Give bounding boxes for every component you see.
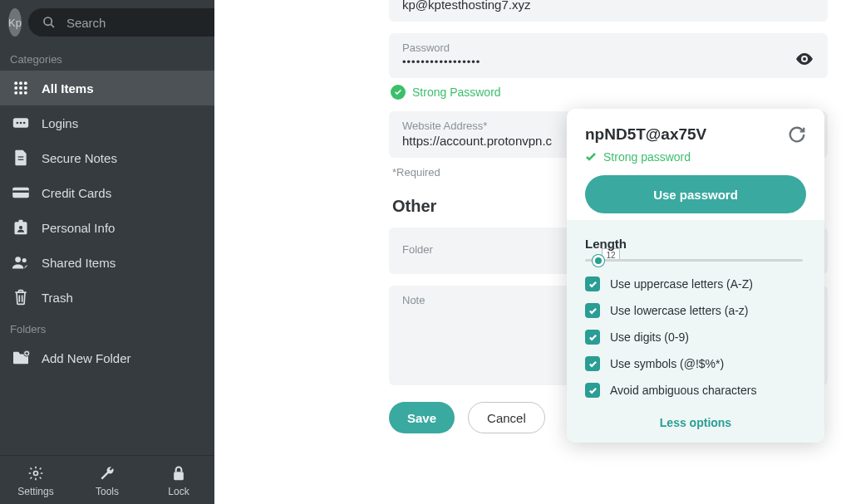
- option-uppercase[interactable]: Use uppercase letters (A-Z): [585, 276, 806, 291]
- shield-check-icon: [391, 85, 406, 100]
- svg-point-12: [17, 122, 19, 125]
- trash-icon: [12, 288, 30, 306]
- svg-point-23: [22, 258, 27, 262]
- password-strength: Strong Password: [391, 85, 828, 100]
- sidebar-item-label: Personal Info: [42, 221, 115, 235]
- id-card-icon: [12, 218, 30, 237]
- strength-text: Strong Password: [412, 86, 501, 99]
- option-digits[interactable]: Use digits (0-9): [585, 330, 806, 345]
- svg-point-3: [19, 81, 22, 85]
- categories-label: Categories: [0, 45, 214, 71]
- option-label: Avoid ambiguous characters: [610, 384, 756, 397]
- bottom-label: Settings: [0, 486, 71, 497]
- sidebar-item-personal-info[interactable]: Personal Info: [0, 210, 214, 245]
- option-lowercase[interactable]: Use lowercase letters (a-z): [585, 303, 806, 318]
- svg-rect-26: [174, 472, 184, 480]
- avatar[interactable]: Kp: [8, 8, 22, 37]
- sidebar-item-label: All Items: [42, 81, 94, 95]
- regenerate-button[interactable]: [788, 125, 806, 144]
- bottom-label: Lock: [143, 486, 214, 497]
- password-field[interactable]: Password •••••••••••••••••: [389, 33, 828, 78]
- search-icon: [40, 13, 58, 32]
- main-content: Email or Username kp@kptesthosting7.xyz …: [214, 0, 851, 504]
- sidebar-item-shared-items[interactable]: Shared Items: [0, 245, 214, 280]
- checkbox-checked-icon: [585, 330, 600, 345]
- credit-card-icon: [12, 183, 30, 202]
- svg-rect-18: [12, 190, 29, 193]
- svg-point-13: [20, 122, 22, 125]
- bottom-label: Tools: [71, 486, 143, 497]
- password-value: •••••••••••••••••: [402, 56, 814, 68]
- svg-rect-20: [19, 220, 23, 223]
- sidebar-item-logins[interactable]: Logins: [0, 105, 214, 140]
- search-box[interactable]: [28, 8, 236, 37]
- svg-point-2: [14, 81, 17, 85]
- password-field-icon: [12, 114, 30, 132]
- cancel-button[interactable]: Cancel: [468, 402, 545, 433]
- gear-icon: [0, 464, 71, 482]
- generated-password: npND5T@ax75V: [585, 125, 706, 144]
- sidebar-item-label: Trash: [42, 291, 73, 305]
- folder-label: Folder: [402, 243, 433, 256]
- grid-icon: [12, 79, 30, 97]
- option-label: Use uppercase letters (A-Z): [610, 277, 753, 291]
- sidebar-item-label: Credit Cards: [42, 186, 111, 200]
- generator-strength: Strong password: [585, 150, 806, 164]
- svg-point-21: [19, 226, 22, 229]
- checkbox-checked-icon: [585, 276, 600, 291]
- wrench-icon: [71, 464, 143, 482]
- folders-label: Folders: [0, 315, 214, 340]
- use-password-button[interactable]: Use password: [585, 175, 806, 213]
- svg-rect-16: [18, 159, 24, 160]
- lock-icon: [143, 464, 214, 482]
- svg-point-9: [19, 91, 22, 95]
- svg-point-25: [34, 472, 38, 476]
- sidebar-item-credit-cards[interactable]: Credit Cards: [0, 175, 214, 210]
- bottom-settings[interactable]: Settings: [0, 456, 71, 504]
- bottom-lock[interactable]: Lock: [143, 456, 214, 504]
- checkbox-checked-icon: [585, 383, 600, 398]
- email-value: kp@kptesthosting7.xyz: [402, 0, 814, 12]
- reveal-password-button[interactable]: [794, 51, 814, 66]
- svg-point-8: [14, 91, 17, 95]
- email-field[interactable]: Email or Username kp@kptesthosting7.xyz: [389, 0, 828, 22]
- svg-point-5: [14, 86, 17, 90]
- svg-point-10: [24, 91, 27, 95]
- option-label: Use digits (0-9): [610, 330, 689, 344]
- svg-line-1: [51, 24, 54, 27]
- people-icon: [12, 253, 30, 272]
- slider-track[interactable]: [585, 259, 803, 262]
- sidebar-bottom: Settings Tools Lock: [0, 455, 214, 504]
- sidebar-item-secure-notes[interactable]: Secure Notes: [0, 140, 214, 175]
- option-symbols[interactable]: Use symbols (@!$%*): [585, 356, 806, 371]
- sidebar-item-all-items[interactable]: All Items: [0, 71, 214, 105]
- note-icon: [12, 149, 30, 167]
- svg-point-27: [803, 57, 806, 61]
- length-slider[interactable]: [585, 259, 806, 262]
- svg-point-4: [24, 81, 27, 85]
- sidebar-item-label: Add New Folder: [42, 351, 131, 365]
- search-input[interactable]: [66, 16, 224, 30]
- sidebar-item-trash[interactable]: Trash: [0, 280, 214, 315]
- generator-strength-text: Strong password: [603, 150, 691, 164]
- save-button[interactable]: Save: [389, 402, 455, 433]
- sidebar-item-label: Shared Items: [42, 256, 116, 270]
- checkbox-checked-icon: [585, 303, 600, 318]
- svg-rect-15: [18, 156, 24, 157]
- svg-point-22: [15, 257, 21, 262]
- less-options-toggle[interactable]: Less options: [585, 409, 806, 433]
- option-label: Use symbols (@!$%*): [610, 357, 724, 370]
- sidebar-item-add-folder[interactable]: Add New Folder: [0, 340, 214, 375]
- password-label: Password: [402, 42, 814, 54]
- svg-point-0: [44, 17, 52, 25]
- bottom-tools[interactable]: Tools: [71, 456, 143, 504]
- slider-thumb[interactable]: [593, 255, 604, 267]
- svg-point-7: [24, 86, 27, 90]
- svg-point-14: [23, 122, 26, 125]
- svg-point-6: [19, 86, 22, 90]
- add-folder-icon: [12, 349, 30, 367]
- sidebar-item-label: Logins: [42, 116, 78, 130]
- option-ambiguous[interactable]: Avoid ambiguous characters: [585, 383, 806, 398]
- sidebar-item-label: Secure Notes: [42, 151, 117, 165]
- password-generator-popover: npND5T@ax75V Strong password Use passwor…: [567, 109, 824, 443]
